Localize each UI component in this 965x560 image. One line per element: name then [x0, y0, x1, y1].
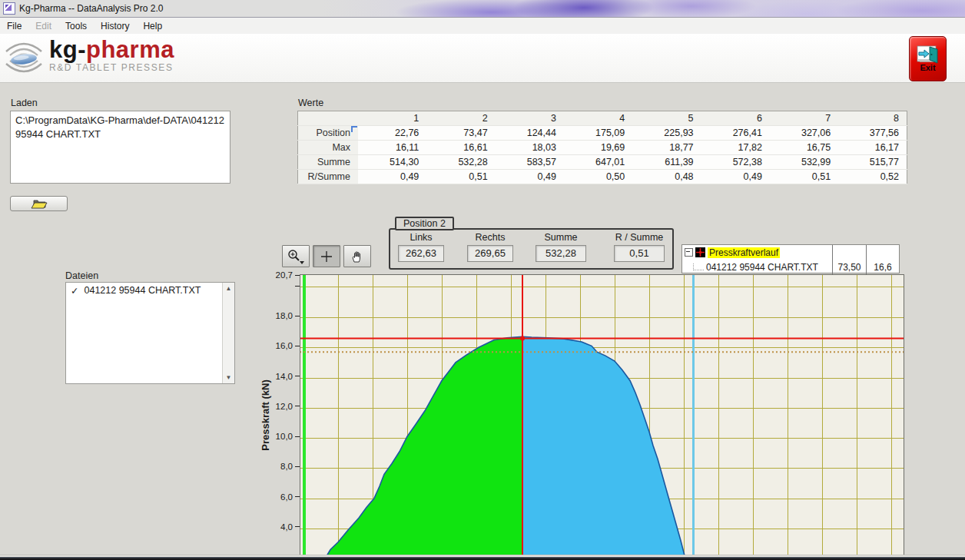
werte-value-cell[interactable]: 124,44 [496, 126, 564, 141]
table-cell-selection-mark [351, 126, 357, 132]
legend-file-row[interactable]: 041212 95944 CHART.TXT [682, 260, 832, 274]
chart-svg [300, 274, 904, 555]
werte-value-cell[interactable]: 19,69 [564, 141, 632, 155]
menu-bar: FileEditToolsHistoryHelp [0, 18, 965, 35]
legend-expander[interactable] [685, 248, 693, 257]
werte-table-header: 12345678 [298, 111, 907, 126]
position-field-value[interactable]: 262,63 [398, 245, 444, 262]
position-field-summe: Summe532,28 [533, 232, 589, 262]
app-icon [3, 2, 15, 15]
logo-swirl-icon [2, 34, 46, 80]
y-tick-10_0: 10,0 [276, 432, 300, 441]
crosshair-tool-button[interactable] [313, 245, 340, 267]
werte-value-cell[interactable]: 532,28 [426, 155, 495, 170]
werte-value-cell[interactable]: 515,77 [838, 155, 907, 170]
werte-value-cell[interactable]: 0,49 [496, 170, 564, 184]
position-field-value[interactable]: 269,65 [467, 245, 513, 262]
cursor-point[interactable] [520, 336, 525, 341]
chart-legend: Presskraftverlauf 041212 95944 CHART.TXT… [681, 244, 900, 273]
werte-value-cell[interactable]: 0,51 [426, 170, 495, 184]
position-field-value[interactable]: 0,51 [614, 245, 665, 262]
position-field-label: Rechts [476, 232, 506, 243]
werte-value-cell[interactable]: 0,49 [701, 170, 770, 184]
file-list-body: ✓041212 95944 CHART.TXT [66, 283, 222, 383]
logo-text: kg-pharma R&D TABLET PRESSES [49, 34, 174, 80]
werte-value-cell[interactable]: 514,30 [358, 155, 426, 170]
loaded-file-path-field[interactable]: C:\ProgramData\KG-Pharma\def-DATA\041212… [10, 111, 230, 184]
menu-file[interactable]: File [0, 19, 28, 33]
y-tick-label: 10,0 [276, 432, 293, 441]
y-tick-label: 14,0 [276, 372, 293, 381]
werte-value-cell[interactable]: 572,38 [701, 155, 770, 170]
y-tick-label: 16,0 [276, 341, 293, 350]
brand-tagline: R&D TABLET PRESSES [49, 62, 174, 73]
window-title: Kg-Pharma -- DataAnalysis Pro 2.0 [19, 3, 163, 14]
chart-plot-area[interactable] [300, 274, 904, 555]
brand-name: kg-pharma [49, 38, 174, 61]
werte-value-cell[interactable]: 22,76 [358, 126, 426, 141]
menu-history[interactable]: History [94, 19, 136, 33]
menu-tools[interactable]: Tools [58, 19, 94, 33]
werte-value-cell[interactable]: 0,50 [564, 170, 632, 184]
werte-value-cell[interactable]: 0,52 [838, 170, 907, 184]
werte-value-cell[interactable]: 18,77 [632, 141, 701, 155]
werte-value-cell[interactable]: 0,51 [770, 170, 838, 184]
werte-col-header-7: 7 [770, 111, 838, 126]
werte-row-label: Max [298, 141, 359, 155]
werte-value-cell[interactable]: 16,17 [838, 141, 907, 155]
folder-open-icon [30, 198, 48, 210]
werte-value-cell[interactable]: 18,03 [496, 141, 564, 155]
position-field-label: R / Summe [615, 232, 664, 243]
werte-value-cell[interactable]: 16,61 [426, 141, 495, 155]
werte-value-cell[interactable]: 327,06 [770, 126, 838, 141]
exit-button[interactable]: Exit [909, 36, 947, 81]
menu-help[interactable]: Help [136, 19, 169, 33]
file-list-item[interactable]: ✓041212 95944 CHART.TXT [66, 283, 222, 297]
legend-cursor-y-value: 16,6 [866, 260, 899, 274]
werte-value-cell[interactable]: 16,75 [770, 141, 838, 155]
legend-series-row: Presskraftverlauf [682, 245, 832, 260]
application-window: Kg-Pharma -- DataAnalysis Pro 2.0 FileEd… [0, 0, 965, 560]
werte-value-cell[interactable]: 647,01 [564, 155, 632, 170]
werte-value-cell[interactable]: 16,11 [358, 141, 426, 155]
crosshair-icon [320, 250, 333, 263]
werte-value-cell[interactable]: 276,41 [701, 126, 770, 141]
werte-value-cell[interactable]: 73,47 [426, 126, 495, 141]
open-file-button[interactable] [10, 196, 68, 211]
werte-value-cell[interactable]: 532,99 [770, 155, 838, 170]
position-panel-title: Position 2 [395, 217, 454, 230]
werte-col-header-6: 6 [701, 111, 770, 126]
position-field-value[interactable]: 532,28 [536, 245, 586, 262]
werte-col-header-5: 5 [632, 111, 701, 126]
werte-value-cell[interactable]: 611,39 [632, 155, 701, 170]
werte-row-summe: Summe514,30532,28583,57647,01611,39572,3… [298, 155, 907, 170]
werte-col-header-8: 8 [838, 111, 907, 126]
werte-value-cell[interactable]: 175,09 [564, 126, 632, 141]
werte-value-cell[interactable]: 377,56 [838, 126, 907, 141]
title-bar: Kg-Pharma -- DataAnalysis Pro 2.0 [0, 0, 965, 18]
y-tick-18_0: 18,0 [276, 311, 300, 320]
werte-value-cell[interactable]: 0,49 [358, 170, 426, 184]
y-tick-12_0: 12,0 [276, 402, 300, 411]
file-name: 041212 95944 CHART.TXT [84, 285, 201, 297]
y-tick-label: 8,0 [280, 462, 293, 471]
y-tick-label: 4,0 [280, 522, 293, 532]
position-field-label: Summe [544, 232, 577, 243]
werte-value-cell[interactable]: 583,57 [496, 155, 564, 170]
werte-value-cell[interactable]: 0,48 [632, 170, 701, 184]
legend-series-name[interactable]: Presskraftverlauf [708, 247, 780, 258]
werte-corner-cell [298, 111, 359, 126]
position-panel-fields: Links262,63Rechts269,65Summe532,28R / Su… [396, 232, 668, 262]
werte-table-body: Position22,7673,47124,44175,09225,93276,… [298, 126, 907, 184]
werte-label: Werte [298, 98, 323, 108]
file-listbox[interactable]: ✓041212 95944 CHART.TXT ▲ ▼ [65, 282, 235, 384]
werte-value-cell[interactable]: 17,82 [701, 141, 770, 155]
legend-tree-connector [693, 263, 704, 270]
legend-cursor-x-value: 73,50 [832, 260, 866, 274]
position-field-label: Links [410, 232, 432, 243]
legend-file-name: 041212 95944 CHART.TXT [706, 262, 818, 273]
werte-row-position: Position22,7673,47124,44175,09225,93276,… [298, 126, 907, 141]
pan-tool-button[interactable] [343, 245, 371, 267]
werte-value-cell[interactable]: 225,93 [632, 126, 701, 141]
werte-row-label: Position [298, 126, 359, 141]
